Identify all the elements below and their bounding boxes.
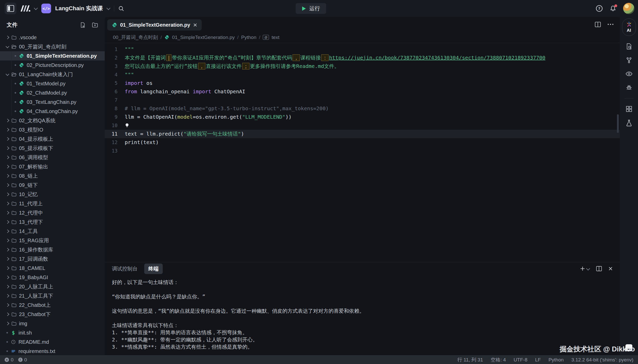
file-tree-item[interactable]: 15_RAG应用	[0, 236, 105, 245]
file-tree-item-label: 15_RAG应用	[19, 237, 49, 244]
notifications-button[interactable]	[610, 5, 616, 12]
logo-menu-chevron-icon[interactable]	[34, 6, 38, 10]
line-number: 3	[105, 62, 125, 70]
extensions-icon[interactable]	[626, 106, 632, 112]
file-tree-item[interactable]: 02_PictureDescription.py	[0, 60, 105, 70]
code-line[interactable]: 2本文件是【开篇词|带你亲证AI应用开发的“奇点”时刻】章节的配套代码，课程链接…	[105, 54, 620, 62]
run-button[interactable]: 运行	[296, 3, 326, 14]
file-tree-item[interactable]: 03_TextLangChain.py	[0, 97, 105, 107]
svg-text:?: ?	[598, 6, 600, 11]
file-tree-item[interactable]: 08_链上	[0, 171, 105, 180]
chevron-right-icon	[6, 119, 9, 122]
file-tree-item[interactable]: 07_解析输出	[0, 162, 105, 171]
python-interpreter[interactable]: 3.12.2 64-bit ('shims': pyenv)	[571, 357, 633, 363]
file-tree-item[interactable]: 01_LangChain快速入门	[0, 70, 105, 79]
file-tree-item[interactable]: 01_SimpleTextGeneration.py	[0, 51, 105, 60]
folder-icon	[11, 238, 16, 243]
language-mode[interactable]: Python	[548, 357, 564, 363]
file-tree-item[interactable]: 19_BabyAGI	[0, 273, 105, 282]
file-tree-item[interactable]: 20_人脉工具上	[0, 282, 105, 291]
eol-setting[interactable]: LF	[535, 357, 541, 363]
file-tree-item[interactable]: 00_开篇词_奇点时刻	[0, 42, 105, 51]
file-tree-item[interactable]: 17_回调函数	[0, 254, 105, 264]
terminal-output[interactable]: 好的，以下是一句土味情话：“你知道我的缺点是什么吗？是缺点你。”这句情话的意思是…	[105, 275, 620, 355]
code-line[interactable]: 7	[105, 96, 620, 104]
file-tree-item[interactable]: ?README.md	[0, 337, 105, 347]
cursor-position[interactable]: 行 11, 列 31	[457, 357, 483, 363]
code-line[interactable]: 6from langchain_openai import ChatOpenAI	[105, 87, 620, 96]
encoding[interactable]: UTF-8	[514, 357, 527, 363]
file-tree-item[interactable]: $init.sh	[0, 328, 105, 337]
code-editor[interactable]: 1"""2本文件是【开篇词|带你亲证AI应用开发的“奇点”时刻】章节的配套代码，…	[105, 43, 620, 262]
workspace-chevron-icon[interactable]	[107, 6, 111, 10]
code-line[interactable]: 10	[105, 121, 620, 130]
more-actions-icon[interactable]	[607, 24, 614, 25]
file-tree-item[interactable]: 18_CAMEL	[0, 264, 105, 273]
new-terminal-button[interactable]	[580, 266, 589, 271]
file-tree-item[interactable]: 10_记忆	[0, 190, 105, 199]
file-tree-item[interactable]: 09_链下	[0, 180, 105, 190]
file-tree-item[interactable]: 13_代理下	[0, 217, 105, 227]
file-tree-item[interactable]: 14_工具	[0, 227, 105, 236]
file-tree-item[interactable]: 03_模型IO	[0, 125, 105, 134]
tab-terminal[interactable]: 终端	[144, 264, 163, 274]
preview-eye-icon[interactable]	[625, 71, 633, 77]
file-tree-item[interactable]: 21_人脉工具下	[0, 291, 105, 300]
toggle-sidebar-button[interactable]	[5, 3, 16, 14]
code-line[interactable]: 4"""	[105, 70, 620, 79]
problems-errors[interactable]: × 0	[5, 357, 14, 363]
file-tree-item[interactable]: requirements.txt	[0, 347, 105, 355]
marscode-logo[interactable]	[21, 5, 30, 12]
file-tree-item[interactable]: 02_ChatModel.py	[0, 88, 105, 97]
file-tree-item[interactable]: img	[0, 319, 105, 328]
new-file-icon[interactable]	[80, 22, 86, 28]
file-tree-item[interactable]: 06_调用模型	[0, 153, 105, 162]
file-tree-item[interactable]: 23_Chatbot下	[0, 310, 105, 319]
line-number: 10	[105, 121, 125, 130]
search-icon[interactable]	[118, 6, 124, 12]
file-tree-item[interactable]: 05_提示模板下	[0, 144, 105, 153]
ai-assistant-button[interactable]: AI	[622, 18, 636, 36]
code-line[interactable]: 3您可以点击最上方的“运行”按钮，直接运行该文件；更多操作指引请参考Readme…	[105, 62, 620, 70]
close-tab-icon[interactable]	[193, 23, 197, 27]
file-tree-item[interactable]: 04_ChatLongChain.py	[0, 107, 105, 116]
code-line[interactable]: 5import os	[105, 79, 620, 87]
split-terminal-icon[interactable]	[596, 266, 602, 271]
file-tree-item[interactable]: 22_Chatbot上	[0, 300, 105, 310]
indent-setting[interactable]: 空格: 4	[491, 357, 506, 363]
breadcrumb-language[interactable]: Python	[241, 35, 256, 40]
editor-scrollbar[interactable]	[617, 114, 619, 133]
breadcrumb-symbol[interactable]: text	[272, 35, 279, 40]
breadcrumb-file[interactable]: 01_SimpleTextGeneration.py	[172, 35, 235, 40]
lightbulb-icon[interactable]	[125, 122, 129, 128]
code-line[interactable]: 13	[105, 147, 620, 155]
test-flask-icon[interactable]	[626, 119, 632, 127]
code-line[interactable]: 1"""	[105, 45, 620, 54]
breadcrumb: 00_开篇词_奇点时刻 01_SimpleTextGeneration.py P…	[105, 32, 620, 43]
file-tree-item[interactable]: 04_提示模板上	[0, 134, 105, 144]
search-file-icon[interactable]	[626, 43, 632, 50]
code-line[interactable]: 9llm = ChatOpenAI(model=os.environ.get("…	[105, 113, 620, 121]
file-tree-item[interactable]: 01_TextModel.py	[0, 79, 105, 88]
source-control-icon[interactable]	[626, 57, 632, 64]
avatar[interactable]	[623, 3, 634, 14]
split-editor-icon[interactable]	[595, 22, 601, 27]
new-folder-icon[interactable]	[92, 22, 98, 28]
help-icon[interactable]: ?	[596, 5, 603, 12]
python-file-icon	[19, 63, 24, 68]
problems-warnings[interactable]: ! 0	[18, 357, 27, 363]
code-line[interactable]: 8# llm = OpenAI(model_name="gpt-3.5-turb…	[105, 104, 620, 113]
tab-debug-console[interactable]: 调试控制台	[112, 265, 138, 272]
editor-tab[interactable]: 01_SimpleTextGeneration.py	[107, 19, 202, 31]
folder-icon	[11, 164, 16, 169]
file-tree-item[interactable]: 12_代理中	[0, 208, 105, 217]
close-panel-icon[interactable]	[608, 267, 613, 271]
file-tree-item[interactable]: 02_文档QA系统	[0, 116, 105, 125]
code-line[interactable]: 12print(text)	[105, 138, 620, 147]
file-tree-item[interactable]: 11_代理上	[0, 199, 105, 208]
code-line[interactable]: 11text = llm.predict("请给我写一句土味情话")	[105, 130, 620, 138]
file-tree-item[interactable]: .vscode	[0, 33, 105, 42]
file-tree-item[interactable]: 16_操作数据库	[0, 245, 105, 254]
debug-bug-icon[interactable]	[626, 84, 632, 91]
breadcrumb-folder[interactable]: 00_开篇词_奇点时刻	[113, 34, 158, 41]
